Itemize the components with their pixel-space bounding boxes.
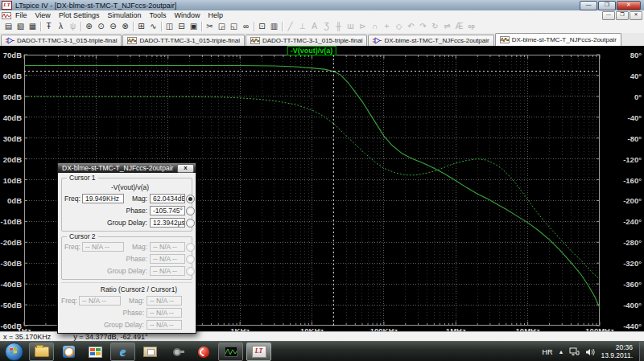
- taskbar-item-media-player[interactable]: [57, 343, 80, 360]
- print-preview-button[interactable]: ⊡: [256, 21, 268, 32]
- cursor2-group-label: Cursor 2: [67, 232, 98, 240]
- taskbar-item-documents-app[interactable]: [138, 343, 162, 360]
- taskbar-item-photo-viewer[interactable]: [84, 343, 107, 360]
- ratio-section-label: Ratio (Cursor2 / Cursor1): [61, 285, 192, 293]
- menu-help[interactable]: Help: [204, 10, 227, 20]
- menu-view[interactable]: View: [31, 10, 55, 20]
- tab-schematic-dado[interactable]: DADO-TT-TMC-3-1_015-triple-final: [1, 35, 122, 46]
- menu-window[interactable]: Window: [170, 10, 204, 20]
- title-bar[interactable]: LT LTspice IV - [DX-blme-st-TMC-T_NJFccs…: [0, 0, 644, 11]
- print-button[interactable]: ▥: [268, 21, 280, 32]
- menu-simulation[interactable]: Simulation: [103, 10, 145, 20]
- cursor1-group-delay-field[interactable]: 12.3942µs: [150, 218, 185, 228]
- tray-expand-icon[interactable]: ▲: [559, 349, 564, 355]
- taskbar-item-explorer[interactable]: [29, 343, 54, 361]
- minimize-button[interactable]: —: [580, 1, 597, 10]
- media-player-icon: [63, 346, 75, 358]
- start-button[interactable]: [5, 343, 23, 361]
- group-delay-label: Group Delay:: [64, 267, 150, 275]
- maximize-button[interactable]: ❐: [598, 1, 616, 10]
- cursor2-group-delay-field: -- N/A --: [150, 266, 185, 276]
- zoom-out-button[interactable]: ⊖: [107, 21, 119, 32]
- tab-waveform-dado-2[interactable]: DADO-TT-TMC-3-1_015-triple-final: [246, 35, 367, 46]
- speaker-icon[interactable]: [585, 348, 595, 356]
- mdi-minimize-button[interactable]: —: [602, 11, 615, 20]
- y-axis-left-label: 20dB: [0, 155, 22, 164]
- phase-label: Phase:: [61, 309, 147, 317]
- drag-button: ◇: [393, 21, 405, 32]
- cut-button[interactable]: ✂: [204, 21, 216, 32]
- mag-label: Mag:: [121, 297, 147, 305]
- document-icon: [143, 347, 157, 357]
- clock[interactable]: 20:36 13.9.2011.: [601, 344, 633, 359]
- new-schematic-button[interactable]: ▤: [2, 21, 14, 32]
- taskbar-item-utility-app[interactable]: [165, 343, 188, 360]
- cursor1-expression: -V(vout)/v(a): [64, 183, 196, 191]
- taskbar-item-plot-window[interactable]: [218, 343, 243, 361]
- cascade-windows-button[interactable]: ▣: [188, 21, 200, 32]
- system-tray: HR ▲ 20:36 13.9.2011.: [543, 344, 639, 359]
- plot-settings-button[interactable]: ∿: [147, 21, 159, 32]
- mdi-close-button[interactable]: ✕: [630, 11, 642, 20]
- cursor1-mag-field[interactable]: 62.0434dB: [150, 194, 185, 203]
- toolbar-separator: [80, 22, 81, 31]
- text-button: Æ: [453, 21, 465, 32]
- cursor1-mag-radio[interactable]: [186, 195, 195, 203]
- tab-waveform-dx-active[interactable]: DX-blme-st-TMC-T_NJFccs-2outpair: [495, 33, 621, 46]
- control-panel-button[interactable]: Ŧ: [43, 21, 55, 32]
- autorange-button[interactable]: ⊞: [135, 21, 147, 32]
- tile-horizontal-button[interactable]: ⊟: [175, 21, 188, 32]
- show-desktop-button[interactable]: [639, 342, 644, 361]
- folder-icon: [35, 347, 49, 357]
- cursor1-group-delay-radio[interactable]: [186, 219, 195, 228]
- tab-waveform-dado-1[interactable]: DADO-TT-TMC-3-1_015-triple-final: [122, 35, 244, 46]
- menu-plot-settings[interactable]: Plot Settings: [55, 10, 104, 20]
- mdi-restore-button[interactable]: ❐: [616, 11, 629, 20]
- schematic-icon: [6, 37, 14, 44]
- draw-wire-button: ╱: [284, 21, 296, 32]
- y-axis-right-label: -80°: [603, 134, 643, 143]
- copy-button[interactable]: ◲: [216, 21, 228, 32]
- internet-explorer-icon: e: [120, 346, 126, 359]
- tile-vertical-button[interactable]: ◫: [163, 21, 175, 32]
- halt-button: ψ: [67, 21, 79, 32]
- save-button[interactable]: ▦: [27, 21, 39, 32]
- tab-label: DADO-TT-TMC-3-1_015-triple-final: [139, 37, 239, 44]
- toolbar-separator: [161, 22, 162, 31]
- status-x-readout: x = 35.170KHz: [3, 333, 51, 341]
- plot-app-icon: [225, 347, 237, 357]
- menu-tools[interactable]: Tools: [145, 10, 170, 20]
- y-axis-left-label: -30dB: [0, 259, 22, 268]
- paste-button[interactable]: ◱: [228, 21, 240, 32]
- ratio-phase-field: -- N/A --: [147, 308, 182, 318]
- cursor2-freq-field: -- N/A --: [82, 242, 124, 252]
- zoom-extents-button[interactable]: ⊗: [119, 21, 131, 32]
- tab-label: DX-blme-st-TMC-T_NJFccs-2outpair: [512, 36, 617, 43]
- run-button[interactable]: λ: [55, 21, 67, 32]
- cursor1-freq-field[interactable]: 19.949KHz: [82, 194, 124, 203]
- dialog-close-button[interactable]: x: [177, 164, 194, 173]
- taskbar-item-antivirus[interactable]: [192, 343, 215, 360]
- taskbar-item-ltspice[interactable]: LT: [246, 343, 271, 361]
- find-button[interactable]: ∞: [240, 21, 252, 32]
- y-axis-left-label: 0dB: [0, 196, 22, 205]
- cursor-dialog: DX-blme-st-TMC-T_NJFccs-2outpair x Curso…: [57, 162, 196, 334]
- close-button[interactable]: ✕: [617, 1, 641, 10]
- mag-label: Mag:: [124, 195, 150, 203]
- network-icon[interactable]: [569, 347, 580, 356]
- trace-label[interactable]: -V(vout)/v(a): [287, 46, 336, 55]
- tray-date: 13.9.2011.: [601, 352, 633, 360]
- zoom-in-button[interactable]: ⊕: [83, 21, 95, 32]
- menu-file[interactable]: File: [11, 10, 31, 20]
- open-button[interactable]: ▧: [14, 21, 27, 32]
- zoom-area-button[interactable]: ⊙: [95, 21, 107, 32]
- mdi-document-icon: [2, 12, 11, 19]
- mag-label: Mag:: [124, 243, 150, 251]
- y-axis-left-label: 10dB: [0, 176, 22, 185]
- cursor-dialog-titlebar[interactable]: DX-blme-st-TMC-T_NJFccs-2outpair x: [58, 163, 196, 173]
- cursor1-phase-radio[interactable]: [186, 207, 195, 215]
- cursor1-phase-field[interactable]: -105.745°: [150, 206, 185, 215]
- taskbar-item-internet-explorer[interactable]: e: [110, 343, 135, 361]
- tab-schematic-dx[interactable]: DX-blme-st-TMC-T_NJFccs-2outpair: [368, 35, 493, 46]
- language-indicator[interactable]: HR: [543, 348, 553, 356]
